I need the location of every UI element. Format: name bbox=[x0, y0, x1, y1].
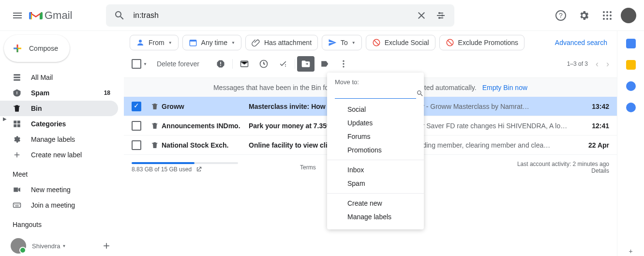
meet-join-meeting[interactable]: Join a meeting bbox=[0, 197, 118, 213]
trash-icon bbox=[13, 104, 22, 113]
svg-point-9 bbox=[610, 11, 612, 13]
move-to-search bbox=[335, 90, 416, 99]
nav-categories[interactable]: Categories bbox=[0, 116, 118, 132]
apps-icon[interactable] bbox=[598, 6, 617, 25]
svg-rect-22 bbox=[19, 204, 20, 205]
select-dropdown-icon[interactable]: ▼ bbox=[143, 62, 147, 66]
empty-bin-link[interactable]: Empty Bin now bbox=[482, 84, 527, 91]
advanced-search-link[interactable]: Advanced search bbox=[555, 39, 611, 46]
clear-search-icon[interactable] bbox=[412, 6, 431, 25]
next-page-icon[interactable]: › bbox=[606, 59, 609, 69]
nav-all-mail[interactable]: All Mail bbox=[0, 70, 118, 85]
report-spam-icon[interactable] bbox=[211, 59, 230, 69]
chip-label: From bbox=[149, 39, 165, 46]
categories-icon bbox=[13, 120, 22, 128]
add-task-icon[interactable] bbox=[273, 59, 293, 69]
nav-spam[interactable]: ! Spam 18 bbox=[0, 85, 118, 101]
move-to-category-item[interactable]: Promotions bbox=[327, 143, 424, 157]
move-to-folder-item[interactable]: Inbox bbox=[327, 163, 424, 177]
chip-label: Any time bbox=[201, 39, 227, 46]
row-time: 12:41 bbox=[580, 122, 609, 130]
presence-avatar bbox=[11, 238, 26, 254]
rail-keep-icon[interactable] bbox=[626, 60, 636, 70]
filter-chip-from[interactable]: From ▼ bbox=[130, 35, 179, 50]
stack-icon bbox=[13, 73, 22, 82]
attachment-icon bbox=[252, 38, 260, 47]
nav-label: Bin bbox=[31, 105, 42, 112]
support-icon[interactable]: ? bbox=[551, 6, 570, 25]
compose-button[interactable]: Compose bbox=[4, 35, 70, 62]
filter-chip-time[interactable]: Any time ▼ bbox=[182, 35, 241, 50]
new-chat-icon[interactable] bbox=[97, 236, 116, 256]
svg-point-4 bbox=[438, 17, 440, 19]
snooze-icon[interactable] bbox=[254, 59, 273, 69]
expand-icon[interactable]: ▶ bbox=[3, 116, 7, 121]
row-checkbox[interactable] bbox=[132, 140, 141, 150]
delete-forever-button[interactable]: Delete forever bbox=[157, 60, 199, 68]
meet-new-meeting[interactable]: New meeting bbox=[0, 182, 118, 197]
settings-icon[interactable] bbox=[574, 6, 594, 25]
svg-point-15 bbox=[610, 18, 612, 20]
rail-tasks-icon[interactable] bbox=[626, 81, 636, 91]
mark-unread-icon[interactable] bbox=[235, 59, 254, 69]
chevron-down-icon: ▼ bbox=[231, 41, 235, 45]
search-icon[interactable] bbox=[110, 6, 129, 25]
external-link-icon[interactable] bbox=[195, 166, 202, 173]
filter-chip-exclude-social[interactable]: Exclude Social bbox=[366, 35, 435, 50]
move-to-icon[interactable] bbox=[297, 56, 315, 72]
row-checkbox[interactable] bbox=[132, 121, 141, 131]
chip-label: Exclude Promotions bbox=[458, 39, 519, 46]
storage-bar bbox=[132, 162, 238, 164]
move-to-action-item[interactable]: Manage labels bbox=[327, 210, 424, 224]
move-to-category-item[interactable]: Forums bbox=[327, 130, 424, 143]
move-to-folder-item[interactable]: Spam bbox=[327, 177, 424, 190]
svg-point-11 bbox=[606, 15, 608, 16]
svg-point-7 bbox=[603, 11, 605, 13]
row-sender: Announcements INDmo. bbox=[162, 122, 249, 130]
chip-label: To bbox=[341, 39, 348, 46]
svg-text:!: ! bbox=[16, 90, 18, 95]
footer-details[interactable]: Details bbox=[517, 167, 609, 174]
search-input[interactable] bbox=[129, 11, 412, 20]
svg-point-2 bbox=[438, 12, 440, 14]
storage-text: 8.83 GB of 15 GB used bbox=[132, 166, 192, 173]
chevron-down-icon[interactable]: ▼ bbox=[62, 244, 66, 248]
svg-rect-20 bbox=[16, 204, 17, 205]
gmail-logo[interactable]: Gmail bbox=[29, 9, 72, 22]
trash-icon bbox=[151, 122, 159, 130]
move-to-category-item[interactable]: Social bbox=[327, 103, 424, 116]
hangouts-user-row[interactable]: Shivendra ▼ bbox=[0, 232, 124, 256]
send-icon bbox=[328, 38, 337, 47]
rail-calendar-icon[interactable] bbox=[626, 39, 636, 48]
nav-label: All Mail bbox=[31, 74, 53, 81]
spam-count: 18 bbox=[104, 90, 110, 96]
rail-add-icon[interactable]: + bbox=[626, 246, 636, 256]
search-bar bbox=[106, 4, 454, 27]
nav-create-label[interactable]: Create new label bbox=[0, 147, 118, 163]
search-icon bbox=[416, 90, 424, 97]
pager-text: 1–3 of 3 bbox=[567, 60, 588, 67]
select-all-checkbox[interactable] bbox=[132, 59, 141, 69]
filter-chip-attachment[interactable]: Has attachment bbox=[245, 35, 318, 50]
prev-page-icon[interactable]: ‹ bbox=[596, 59, 599, 69]
filter-chip-to[interactable]: To ▼ bbox=[322, 35, 362, 50]
filter-chip-exclude-promotions[interactable]: Exclude Promotions bbox=[439, 35, 525, 50]
svg-rect-26 bbox=[190, 40, 196, 42]
nav-manage-labels[interactable]: Manage labels bbox=[0, 132, 118, 147]
search-options-icon[interactable] bbox=[431, 6, 450, 25]
labels-icon[interactable] bbox=[315, 59, 334, 69]
move-to-action-item[interactable]: Create new bbox=[327, 196, 424, 210]
nav-bin[interactable]: Bin bbox=[0, 101, 118, 116]
move-to-category-item[interactable]: Updates bbox=[327, 116, 424, 130]
account-avatar[interactable] bbox=[621, 8, 636, 23]
spam-icon: ! bbox=[13, 89, 22, 97]
more-icon[interactable] bbox=[334, 59, 353, 69]
main-menu-button[interactable] bbox=[8, 6, 27, 25]
chevron-down-icon: ▼ bbox=[352, 41, 356, 45]
footer-terms[interactable]: Terms bbox=[300, 164, 316, 171]
row-checkbox[interactable] bbox=[132, 102, 141, 111]
plus-icon bbox=[13, 151, 22, 159]
move-to-search-input[interactable] bbox=[335, 90, 416, 97]
nav-label: Categories bbox=[31, 120, 66, 128]
rail-contacts-icon[interactable] bbox=[626, 103, 636, 112]
